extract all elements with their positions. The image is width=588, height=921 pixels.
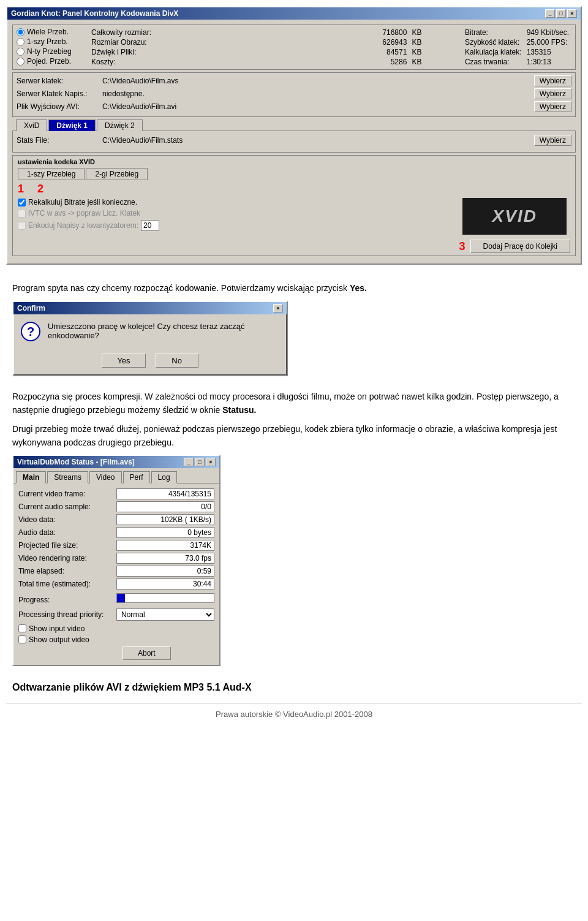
intro-text: Program spyta nas czy chcemy rozpocząć k…	[6, 273, 582, 301]
show-output-checkbox[interactable]	[18, 635, 26, 643]
confirm-title: Confirm	[17, 304, 45, 313]
stats-wybierz-btn[interactable]: Wybierz	[534, 135, 571, 146]
confirm-titlebar: Confirm ×	[13, 302, 287, 314]
wybierz-btn-0[interactable]: Wybierz	[534, 75, 571, 86]
radio-1szy[interactable]: 1-szy Przeb.	[17, 37, 84, 46]
titlebar-controls: _ □ ×	[545, 9, 577, 18]
codec-left: Rekalkuluj Bitrate jeśli konieczne. IVTC…	[18, 198, 453, 233]
badge-2: 2	[37, 183, 43, 195]
quantizer-input[interactable]	[141, 220, 159, 231]
table-row: Szybkość klatek: 25.000 FPS:	[462, 37, 571, 47]
status-row-audio-data: Audio data: 0 bytes	[18, 527, 214, 538]
status-tab-video[interactable]: Video	[89, 471, 121, 483]
checkbox-rekalkuluj-input[interactable]	[18, 199, 26, 207]
progress-bar-fill	[117, 594, 125, 602]
second-pass-text: Drugi przebieg może trwać dłużej, poniew…	[6, 422, 582, 455]
badge-1: 1	[18, 183, 24, 195]
show-input-checkbox[interactable]	[18, 624, 26, 632]
close-btn[interactable]: ×	[567, 9, 577, 18]
status-titlebar-controls: _ □ ×	[184, 458, 216, 466]
file-row-napis: Serwer Klatek Napis.: niedostępne. Wybie…	[17, 88, 571, 99]
xvid-text: XVID	[492, 207, 537, 226]
table-row: Dźwięk i Pliki: 84571 KB	[89, 47, 458, 57]
minimize-btn[interactable]: _	[545, 9, 555, 18]
confirm-close-btn[interactable]: ×	[273, 304, 283, 313]
status-tab-main[interactable]: Main	[16, 471, 46, 483]
codec-tabs: 1-szy Przebieg 2-gi Przebieg	[18, 168, 570, 180]
table-row: Kalkulacja klatek: 135315	[462, 47, 571, 57]
xvid-logo: XVID	[462, 198, 567, 235]
codec-section: ustawienia kodeka XVID 1-szy Przebieg 2-…	[12, 155, 576, 256]
status-row-audio-sample: Current audio sample: 0/0	[18, 501, 214, 512]
tab-dzwiek2[interactable]: Dźwięk 2	[97, 119, 143, 131]
status-content: Current video frame: 4354/135315 Current…	[13, 483, 219, 665]
status-row-time-elapsed: Time elapsed: 0:59	[18, 566, 214, 577]
confirm-message: Umieszczono pracę w kolejce! Czy chcesz …	[48, 322, 279, 340]
radio-wiele[interactable]: Wiele Przeb.	[17, 28, 84, 36]
radio-group: Wiele Przeb. 1-szy Przeb. N-ty Przebieg …	[17, 28, 84, 66]
table-row: Bitrate: 949 Kbit/sec.	[462, 28, 571, 37]
checkbox-ivtc: IVTC w avs -> popraw Licz. Klatek	[18, 209, 453, 218]
radio-pojed[interactable]: Pojed. Przeb.	[17, 57, 84, 66]
main-body: Wiele Przeb. 1-szy Przeb. N-ty Przebieg …	[7, 20, 581, 263]
top-panel: Wiele Przeb. 1-szy Przeb. N-ty Przebieg …	[12, 25, 576, 70]
status-window: VirtualDubMod Status - [Film.avs] _ □ × …	[12, 455, 221, 666]
status-row-total-time: Total time (estimated): 30:44	[18, 578, 214, 589]
status-tab-log[interactable]: Log	[151, 471, 177, 483]
status-close-btn[interactable]: ×	[206, 458, 216, 466]
status-row-video-data: Video data: 102KB ( 1KB/s)	[18, 514, 214, 525]
status-titlebar: VirtualDubMod Status - [Film.avs] _ □ ×	[13, 456, 219, 468]
progress-label-row: Progress:	[18, 593, 214, 607]
maximize-btn[interactable]: □	[556, 9, 566, 18]
status-tab-perf[interactable]: Perf	[123, 471, 150, 483]
info-table: Całkowity rozmiar: 716800 KB Rozmiar Obr…	[89, 28, 458, 67]
priority-select[interactable]: Normal	[116, 608, 214, 621]
status-row-render-rate: Video rendering rate: 73.0 fps	[18, 553, 214, 564]
codec-inner: Rekalkuluj Bitrate jeśli konieczne. IVTC…	[18, 198, 570, 253]
checkbox-enkoduj: Enkoduj Napisy z kwantyzatorem:	[18, 220, 453, 231]
confirm-dialog: Confirm × ? Umieszczono pracę w kolejce!…	[12, 301, 288, 376]
checkbox-ivtc-input[interactable]	[18, 210, 26, 218]
wybierz-btn-2[interactable]: Wybierz	[534, 101, 571, 112]
confirm-body: ? Umieszczono pracę w kolejce! Czy chces…	[13, 314, 287, 349]
confirm-icon: ?	[21, 322, 40, 341]
abort-btn[interactable]: Abort	[123, 646, 171, 660]
main-window: Gordian Knot: Panel Kontrolny Kodowania …	[6, 6, 582, 265]
show-output-row: Show output video	[18, 635, 214, 644]
codec-right: XVID 3 Dodaj Pracę do Kolejki	[459, 198, 570, 253]
status-minimize-btn[interactable]: _	[184, 458, 194, 466]
checkbox-rekalkuluj: Rekalkuluj Bitrate jeśli konieczne.	[18, 198, 453, 207]
file-row-avi: Plik Wyjściowy AVI: C:\VideoAudio\Film.a…	[17, 101, 571, 112]
progress-section: Progress: Processing thread priority: No…	[18, 593, 214, 621]
main-titlebar: Gordian Knot: Panel Kontrolny Kodowania …	[7, 7, 581, 20]
wybierz-btn-1[interactable]: Wybierz	[534, 88, 571, 99]
add-queue-btn[interactable]: Dodaj Pracę do Kolejki	[470, 240, 570, 253]
show-input-row: Show input video	[18, 624, 214, 633]
right-stats: Bitrate: 949 Kbit/sec. Szybkość klatek: …	[462, 28, 571, 67]
status-tab-streams[interactable]: Streams	[47, 471, 88, 483]
checkbox-enkoduj-input[interactable]	[18, 222, 26, 230]
tab-dzwiek1[interactable]: Dźwięk 1	[48, 119, 96, 131]
status-maximize-btn[interactable]: □	[195, 458, 205, 466]
main-title: Gordian Knot: Panel Kontrolny Kodowania …	[11, 9, 178, 18]
table-row: Całkowity rozmiar: 716800 KB	[89, 28, 458, 37]
radio-nty[interactable]: N-ty Przebieg	[17, 47, 84, 56]
table-row: Czas trwania: 1:30:13	[462, 57, 571, 67]
process-text: Rozpoczyna się proces kompresji. W zależ…	[6, 385, 582, 422]
table-row: Rozmiar Obrazu: 626943 KB	[89, 37, 458, 47]
priority-row: Processing thread priority: Normal	[18, 608, 214, 621]
confirm-yes-btn[interactable]: Yes	[102, 354, 145, 368]
footer: Prawa autorskie © VideoAudio.pl 2001-200…	[6, 703, 582, 725]
codec-tab-2[interactable]: 2-gi Przebieg	[86, 168, 148, 180]
tab-xvid[interactable]: XviD	[16, 119, 47, 131]
status-row-video-frame: Current video frame: 4354/135315	[18, 488, 214, 499]
file-row-server: Serwer klatek: C:\VideoAudio\Film.avs Wy…	[17, 75, 571, 86]
table-row: Koszty: 5286 KB	[89, 57, 458, 67]
status-row-file-size: Projected file size: 3174K	[18, 540, 214, 551]
status-title: VirtualDubMod Status - [Film.avs]	[17, 458, 135, 466]
codec-tab-1[interactable]: 1-szy Przebieg	[18, 168, 85, 180]
confirm-buttons: Yes No	[13, 349, 287, 375]
outer-tabs: XviD Dźwięk 1 Dźwięk 2	[12, 119, 576, 131]
badge-3: 3	[459, 240, 466, 253]
confirm-no-btn[interactable]: No	[156, 354, 198, 368]
